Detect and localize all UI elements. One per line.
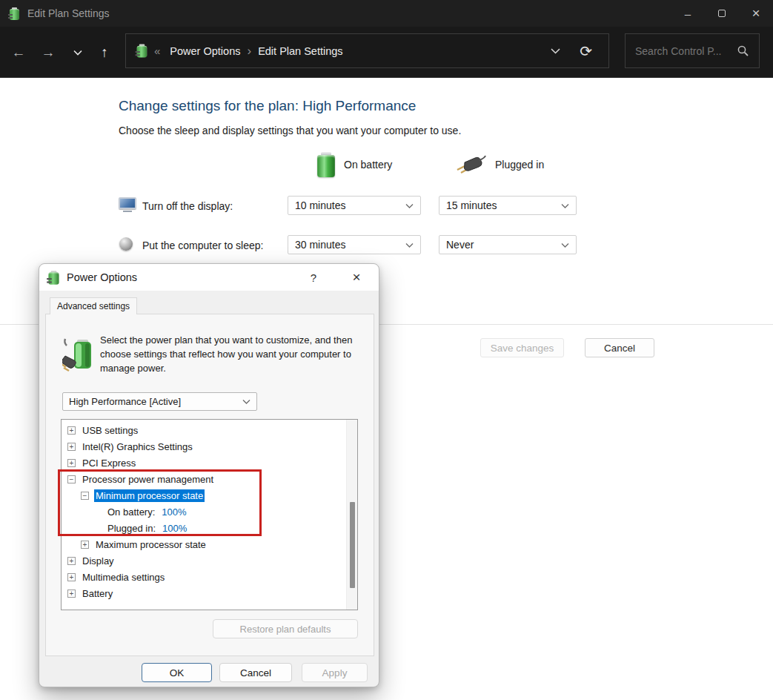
search-icon[interactable] [737,44,749,57]
computer-sleep-label: Put the computer to sleep: [142,240,263,251]
tree-item[interactable]: +Battery [62,585,357,601]
expand-icon[interactable]: + [67,443,76,451]
tree-item[interactable]: −Minimum processor state [62,487,357,503]
breadcrumb-overflow-icon[interactable]: « [154,44,160,57]
expand-icon[interactable]: + [67,573,76,581]
help-button[interactable]: ? [297,264,330,291]
dialog-titlebar: Power Options ? × [39,264,379,291]
tree-item-value[interactable]: 100% [162,506,186,518]
expand-icon[interactable]: + [67,590,76,598]
display-icon [119,197,136,212]
collapse-icon[interactable]: − [81,492,89,500]
up-button[interactable]: ↑ [92,27,117,78]
breadcrumb-separator-icon: › [247,44,251,59]
power-plan-select[interactable]: High Performance [Active] [62,392,257,411]
chevron-down-icon [242,399,251,404]
address-dropdown-icon[interactable] [551,47,560,54]
sleep-icon [119,237,133,251]
search-box[interactable] [625,33,760,68]
tree-item[interactable]: Plugged in:100% [62,520,357,536]
maximize-button[interactable] [705,0,739,27]
chevron-down-icon [561,242,569,248]
tree-item-label[interactable]: Display [81,555,116,567]
ok-button[interactable]: OK [142,663,212,682]
tree-item-label[interactable]: Minimum processor state [94,489,205,502]
tree-item[interactable]: On battery:100% [62,503,357,520]
minimize-icon: – [685,7,691,20]
sleep-plugged-in-value: Never [446,239,474,251]
search-input[interactable] [626,45,737,57]
power-app-icon [9,7,20,20]
breadcrumb-item-power-options[interactable]: Power Options [170,45,240,57]
tree-item-label[interactable]: Processor power management [81,473,215,486]
navigation-bar: ← → ↑ « Power Options › Edit Plan Settin… [0,27,773,78]
scrollbar-thumb[interactable] [350,502,355,588]
plugged-in-column-header: Plugged in [455,155,544,174]
dialog-title: Power Options [67,271,137,283]
expand-icon[interactable]: + [67,557,76,565]
dialog-close-button[interactable]: × [340,264,373,291]
expand-icon[interactable]: + [67,426,76,435]
maximize-icon [718,10,726,17]
close-icon: × [752,5,760,22]
window-titlebar: Edit Plan Settings – × [0,0,773,27]
tree-item[interactable]: +PCI Express [62,455,357,471]
on-battery-label: On battery [344,159,392,171]
up-icon: ↑ [101,44,108,61]
location-icon [136,44,148,58]
chevron-down-icon [73,50,82,56]
recent-pages-button[interactable] [65,27,90,78]
forward-button[interactable]: → [36,27,61,78]
settings-tree: +USB settings+Intel(R) Graphics Settings… [62,420,357,601]
power-plan-value: High Performance [Active] [69,396,181,407]
back-button[interactable]: ← [6,27,31,78]
chevron-down-icon [405,203,414,208]
restore-plan-defaults-button[interactable]: Restore plan defaults [213,619,358,638]
tab-advanced-settings[interactable]: Advanced settings [50,297,137,314]
apply-button[interactable]: Apply [302,663,368,682]
expand-icon[interactable]: + [67,459,76,467]
tree-item[interactable]: +Intel(R) Graphics Settings [62,438,357,455]
advanced-settings-list[interactable]: +USB settings+Intel(R) Graphics Settings… [61,419,358,610]
collapse-icon[interactable]: − [67,475,76,483]
tree-item[interactable]: +Display [62,552,357,569]
main-cancel-button[interactable]: Cancel [585,338,654,357]
tree-item-label[interactable]: Maximum processor state [94,538,208,551]
forward-icon: → [42,44,56,61]
save-changes-button[interactable]: Save changes [480,338,564,357]
sleep-on-battery-select[interactable]: 30 minutes [288,235,421,254]
chevron-down-icon [561,203,569,208]
power-plan-icon [62,335,96,372]
dialog-cancel-button[interactable]: Cancel [219,663,292,682]
window-title: Edit Plan Settings [27,7,110,19]
list-scrollbar[interactable] [346,420,357,610]
tree-item-label[interactable]: Multimedia settings [81,571,166,584]
tree-item[interactable]: +Multimedia settings [62,569,357,585]
display-plugged-in-select[interactable]: 15 minutes [439,196,577,215]
expand-icon[interactable]: + [81,541,89,549]
close-button[interactable]: × [739,0,773,27]
sleep-plugged-in-select[interactable]: Never [439,235,577,254]
tree-item-label[interactable]: USB settings [81,424,139,437]
display-on-battery-select[interactable]: 10 minutes [288,196,421,215]
minimize-button[interactable]: – [671,0,705,27]
chevron-down-icon [405,242,414,248]
dialog-description: Select the power plan that you want to c… [100,333,364,375]
power-options-dialog: Power Options ? × Advanced settings Sele… [39,263,379,687]
refresh-icon[interactable]: ⟳ [580,44,592,59]
address-bar[interactable]: « Power Options › Edit Plan Settings ⟳ [125,33,609,68]
display-on-battery-value: 10 minutes [295,199,345,211]
tree-item-value[interactable]: 100% [162,523,187,534]
tree-item-label[interactable]: Intel(R) Graphics Settings [81,440,194,453]
tree-item[interactable]: +USB settings [62,422,357,438]
tree-item[interactable]: +Maximum processor state [62,536,357,552]
plugged-in-label: Plugged in [495,159,544,171]
tree-item-label[interactable]: On battery: [106,506,156,518]
tree-item-label[interactable]: Plugged in: [106,522,157,535]
breadcrumb-item-edit-plan-settings[interactable]: Edit Plan Settings [258,45,342,57]
battery-icon [317,152,335,177]
tree-item[interactable]: −Processor power management [62,471,357,487]
tree-item-label[interactable]: Battery [81,587,114,600]
advanced-settings-panel: Select the power plan that you want to c… [45,314,374,656]
tree-item-label[interactable]: PCI Express [81,457,137,469]
